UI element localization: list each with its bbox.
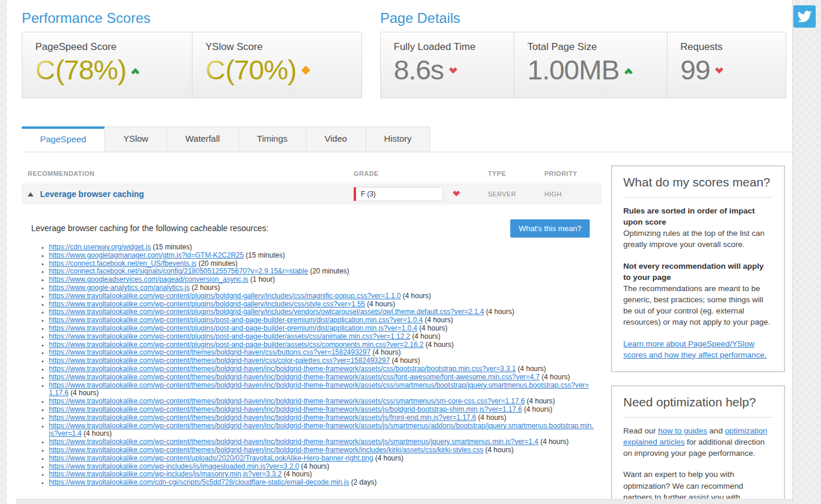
resource-link[interactable]: https://www.googleadservices.com/pagead/… xyxy=(49,275,248,283)
sidebar-paragraph: Not every recommendation will apply to y… xyxy=(623,261,773,328)
grade-letter: C xyxy=(35,54,55,85)
resource-link[interactable]: https://www.travoltalookalike.com/wp-con… xyxy=(49,292,401,300)
cache-duration: (4 hours) xyxy=(371,348,401,356)
cache-duration: (2 hours) xyxy=(190,283,220,292)
report-card: Performance Scores PageSpeed ScoreC(78%)… xyxy=(6,0,793,504)
resource-link[interactable]: https://www.travoltalookalike.com/cdn-cg… xyxy=(49,478,349,486)
scores-info-body: Rules are sorted in order of impact upon… xyxy=(623,205,773,361)
score-card: YSlow ScoreC(70%) xyxy=(192,32,361,98)
resource-item: https://www.travoltalookalike.com/wp-con… xyxy=(49,398,594,406)
tab-history[interactable]: History xyxy=(366,126,431,152)
resource-link[interactable]: https://www.travoltalookalike.com/wp-inc… xyxy=(49,470,282,478)
resource-link[interactable]: https://www.travoltalookalike.com/wp-con… xyxy=(49,348,371,356)
resource-link[interactable]: https://www.travoltalookalike.com/wp-con… xyxy=(49,397,525,405)
optimization-help-title: Need optimization help? xyxy=(623,395,773,418)
grade-letter: C xyxy=(205,54,225,85)
resource-item: https://www.travoltalookalike.com/wp-con… xyxy=(49,382,594,398)
resource-link[interactable]: https://www.travoltalookalike.com/wp-con… xyxy=(49,454,373,462)
page-detail-card: Requests99 xyxy=(667,32,786,98)
page-detail-value: 1.00MB xyxy=(527,54,667,86)
recommendation-name[interactable]: Leverage browser caching xyxy=(28,189,354,199)
recommendation-type: SERVER xyxy=(488,191,544,198)
resource-item: https://www.travoltalookalike.com/wp-con… xyxy=(49,406,594,414)
resource-link[interactable]: https://www.travoltalookalike.com/wp-con… xyxy=(49,381,589,398)
resource-link[interactable]: https://www.travoltalookalike.com/wp-con… xyxy=(49,438,539,446)
tab-pagespeed[interactable]: PageSpeed xyxy=(22,126,105,152)
performance-scores-title: Performance Scores xyxy=(22,11,362,26)
sidebar-paragraph: Learn more about PageSpeed/YSlow scores … xyxy=(623,338,773,361)
resource-link[interactable]: https://www.travoltalookalike.com/wp-con… xyxy=(49,332,410,341)
resource-item: https://www.travoltalookalike.com/wp-con… xyxy=(49,414,594,422)
recommendation-row[interactable]: Leverage browser caching F (3) SERVER HI… xyxy=(22,183,601,205)
resource-link[interactable]: https://www.travoltalookalike.com/wp-con… xyxy=(49,422,594,438)
resource-link[interactable]: https://www.travoltalookalike.com/wp-con… xyxy=(49,365,516,373)
recommendation-detail-header: Leverage browser caching for the followi… xyxy=(31,219,601,238)
sidebar-link[interactable]: Learn more about PageSpeed/YSlow scores … xyxy=(623,339,767,359)
chevron-down-icon[interactable] xyxy=(453,189,460,196)
resource-link[interactable]: https://www.travoltalookalike.com/wp-con… xyxy=(49,446,483,454)
optimization-help-body: Read our how to guides and optimization … xyxy=(623,425,773,504)
collapse-icon[interactable] xyxy=(28,192,34,196)
sidebar-bold-text: Rules are sorted in order of impact upon… xyxy=(623,206,755,226)
recommendation-priority: HIGH xyxy=(544,191,601,198)
cache-duration: (20 minutes) xyxy=(197,259,238,268)
diamond-indicator-icon xyxy=(301,66,311,75)
recommendation-label: Leverage browser caching xyxy=(40,189,144,199)
resource-item: https://www.travoltalookalike.com/wp-con… xyxy=(49,301,594,309)
footer-divider xyxy=(16,499,792,504)
resource-item: https://www.google-analytics.com/analyti… xyxy=(49,284,594,292)
resource-link[interactable]: https://www.travoltalookalike.com/wp-con… xyxy=(49,413,476,422)
twitter-bird-icon xyxy=(797,9,812,24)
twitter-share-button[interactable] xyxy=(793,5,816,28)
resource-link[interactable]: https://www.travoltalookalike.com/wp-con… xyxy=(49,373,540,381)
cache-duration: (4 hours) xyxy=(282,470,312,478)
page-details-title: Page Details xyxy=(380,11,786,26)
metric-value: 1.00MB xyxy=(527,54,619,85)
resource-item: https://www.googleadservices.com/pagead/… xyxy=(49,276,594,284)
tab-waterfall[interactable]: Waterfall xyxy=(167,126,239,152)
performance-scores-block: Performance Scores PageSpeed ScoreC(78%)… xyxy=(22,11,362,98)
score-value: C(70%) xyxy=(205,54,361,86)
resource-link[interactable]: https://www.google-analytics.com/analyti… xyxy=(49,283,190,292)
resource-link[interactable]: https://www.travoltalookalike.com/wp-con… xyxy=(49,341,424,349)
report-tabs: PageSpeedYSlowWaterfallTimingsVideoHisto… xyxy=(22,126,792,152)
resource-link[interactable]: https://www.googletagmanager.com/gtm.js?… xyxy=(49,251,244,259)
whats-this-mean-button[interactable]: What's this mean? xyxy=(510,219,590,238)
resource-link[interactable]: https://www.travoltalookalike.com/wp-con… xyxy=(49,324,417,332)
resource-link[interactable]: https://www.travoltalookalike.com/wp-con… xyxy=(49,316,423,324)
resource-item: https://www.travoltalookalike.com/wp-inc… xyxy=(49,470,594,479)
cache-duration: (4 hours) xyxy=(516,365,546,373)
resource-link[interactable]: https://www.travoltalookalike.com/wp-con… xyxy=(49,308,484,316)
tab-yslow[interactable]: YSlow xyxy=(105,126,167,152)
grade-percent: (78%) xyxy=(55,54,126,85)
resource-link[interactable]: https://www.travoltalookalike.com/wp-con… xyxy=(49,356,390,365)
resource-link[interactable]: https://cdn.userway.org/widget.js xyxy=(49,243,151,251)
resource-item: https://www.googletagmanager.com/gtm.js?… xyxy=(49,252,594,260)
resource-item: https://www.travoltalookalike.com/wp-con… xyxy=(49,325,594,333)
tab-timings[interactable]: Timings xyxy=(239,126,307,152)
resource-link[interactable]: https://www.travoltalookalike.com/wp-con… xyxy=(49,300,365,308)
page-detail-card: Fully Loaded Time8.6s xyxy=(381,32,514,98)
resource-link[interactable]: https://connect.facebook.net/signals/con… xyxy=(49,267,308,275)
scores-info-title: What do my scores mean? xyxy=(623,175,773,198)
resource-link[interactable]: https://connect.facebook.net/en_US/fbeve… xyxy=(49,259,197,268)
sidebar: What do my scores mean? Rules are sorted… xyxy=(611,165,785,504)
resource-item: https://www.travoltalookalike.com/cdn-cg… xyxy=(49,479,594,487)
page-detail-value: 8.6s xyxy=(394,54,514,86)
resource-link[interactable]: https://www.travoltalookalike.com/wp-con… xyxy=(49,405,522,413)
col-recommendation: RECOMMENDATION xyxy=(28,170,354,177)
performance-score-cards: PageSpeed ScoreC(78%)YSlow ScoreC(70%) xyxy=(22,32,362,98)
sidebar-link[interactable]: how to guides xyxy=(658,426,707,435)
resource-item: https://www.travoltalookalike.com/wp-con… xyxy=(49,292,594,301)
col-grade: GRADE xyxy=(354,170,488,177)
resource-item: https://connect.facebook.net/en_US/fbeve… xyxy=(49,260,594,268)
cache-duration: (1 hour) xyxy=(248,275,275,283)
tab-video[interactable]: Video xyxy=(307,126,366,152)
cache-duration: (4 hours) xyxy=(484,308,514,316)
scores-info-box: What do my scores mean? Rules are sorted… xyxy=(611,165,785,372)
sidebar-paragraph: Rules are sorted in order of impact upon… xyxy=(623,205,773,251)
cache-duration: (4 hours) xyxy=(401,292,431,300)
resource-item: https://connect.facebook.net/signals/con… xyxy=(49,268,594,276)
resource-item: https://www.travoltalookalike.com/wp-inc… xyxy=(49,463,594,471)
resource-link[interactable]: https://www.travoltalookalike.com/wp-inc… xyxy=(49,462,299,470)
